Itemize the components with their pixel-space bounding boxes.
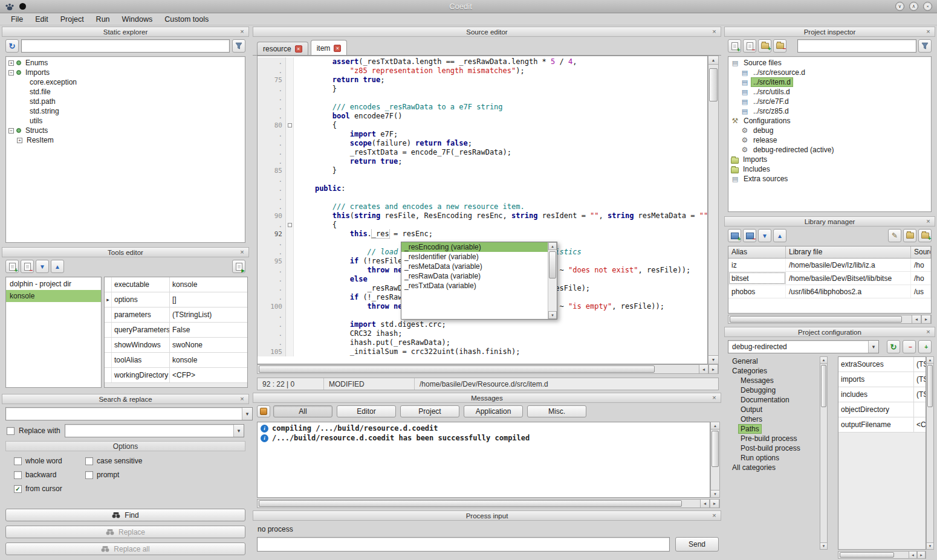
column-header[interactable]: Sources (911, 246, 931, 258)
close-tab-icon[interactable]: × (334, 45, 341, 52)
library-sources[interactable]: /us (911, 285, 931, 298)
dropdown-arrow-icon[interactable]: ▾ (868, 341, 878, 353)
symbol-filter-input[interactable] (21, 39, 230, 53)
fold-marker-icon[interactable] (288, 223, 292, 227)
project-tree-item[interactable]: ▤ ../src/resource.d (728, 68, 931, 77)
messages-hscrollbar[interactable]: ◂ ▸ (257, 499, 720, 508)
fold-marker-icon[interactable] (288, 123, 292, 127)
remove-configuration-button[interactable]: − (903, 340, 916, 353)
messages-options-button[interactable] (257, 405, 270, 417)
messages-vscrollbar[interactable]: ▴ ▾ (710, 422, 720, 498)
fold-margin[interactable] (286, 157, 294, 166)
checkbox-icon[interactable]: ✓ (14, 485, 22, 493)
property-value[interactable]: (TStringList) (914, 357, 926, 372)
expander-icon[interactable]: − (8, 128, 14, 134)
checkbox-icon[interactable]: ✓ (85, 471, 93, 479)
fold-margin[interactable] (286, 121, 294, 130)
messages-list[interactable]: i compiling /.../build/resource.d.coedit… (257, 422, 710, 498)
fold-margin[interactable] (286, 293, 294, 302)
expander-icon[interactable]: + (8, 60, 14, 66)
fold-margin[interactable] (286, 220, 294, 230)
scroll-right-icon[interactable]: ▸ (921, 315, 931, 324)
project-tree-item[interactable]: Includes (728, 164, 931, 174)
scroll-down-icon[interactable]: ▾ (548, 311, 557, 319)
library-sources[interactable]: /ho (911, 272, 931, 285)
category-tree-item[interactable]: Categories (728, 366, 819, 376)
dropdown-arrow-icon[interactable]: ▾ (242, 408, 252, 420)
library-alias[interactable]: bitset (728, 272, 786, 285)
close-panel-icon[interactable]: × (238, 395, 246, 403)
fold-margin[interactable] (286, 130, 294, 139)
fold-margin[interactable] (286, 193, 294, 202)
close-panel-icon[interactable]: × (710, 28, 718, 36)
maximize-button[interactable]: ∧ (909, 2, 918, 11)
fold-margin[interactable] (286, 175, 294, 184)
messages-filter-tab[interactable]: Project (400, 405, 459, 417)
fold-margin[interactable] (286, 239, 294, 248)
messages-filter-tab[interactable]: Misc. (527, 405, 586, 417)
configuration-combobox[interactable]: debug-redirected ▾ (728, 340, 879, 353)
scroll-up-icon[interactable]: ▴ (820, 356, 828, 364)
symbol-tree-item[interactable]: std.path (6, 97, 245, 106)
fold-margin[interactable] (286, 112, 294, 121)
editor-hscrollbar[interactable]: ◂ ▸ (257, 364, 719, 374)
category-tree-item[interactable]: Output (728, 405, 819, 414)
find-button[interactable]: Find (5, 509, 245, 521)
messages-filter-tab[interactable]: Application (464, 405, 523, 417)
scroll-down-icon[interactable]: ▾ (710, 490, 720, 498)
fold-margin[interactable] (286, 103, 294, 112)
project-tree-item[interactable]: ⚒ Configurations (728, 116, 931, 126)
fold-margin[interactable] (286, 338, 294, 347)
scroll-down-icon[interactable]: ▾ (708, 355, 719, 364)
symbol-tree-item[interactable]: − Structs (6, 126, 245, 135)
add-folder-button[interactable]: + (758, 39, 771, 53)
process-input-field[interactable] (257, 537, 670, 552)
property-value[interactable]: (TStringList) (914, 387, 926, 402)
fold-margin[interactable] (286, 94, 294, 103)
completion-item[interactable]: _resTxtData (variable) (401, 281, 548, 291)
property-value[interactable]: swoNone (170, 338, 247, 352)
scrollbar-thumb[interactable] (712, 431, 719, 467)
add-library-button[interactable]: + (728, 229, 741, 242)
inspector-filter-input[interactable] (797, 39, 916, 53)
fold-margin[interactable] (286, 76, 294, 85)
library-sources[interactable]: /ho (911, 259, 931, 271)
category-tree-item[interactable]: General (728, 356, 819, 366)
messages-filter-tab[interactable]: Editor (337, 405, 396, 417)
fold-margin[interactable] (286, 139, 294, 148)
property-value[interactable]: (TStringList) (170, 307, 247, 322)
menu-item[interactable]: File (5, 14, 29, 25)
category-tree-item[interactable]: Run options (728, 453, 819, 463)
library-file[interactable]: /home/basile/Dev/Bitset/lib/bitse (786, 272, 911, 285)
search-option[interactable]: ✓ case sensitive (85, 457, 243, 465)
category-tree-item[interactable]: Paths (728, 424, 819, 434)
project-tree-item[interactable]: ⚙ debug-redirected (active) (728, 145, 931, 155)
remove-source-button[interactable]: − (743, 39, 756, 53)
close-panel-icon[interactable]: × (924, 28, 932, 36)
scrollbar-thumb[interactable] (709, 68, 718, 101)
project-tree-item[interactable]: ⚙ release (728, 135, 931, 145)
editor-tab[interactable]: item × (311, 40, 348, 56)
completion-item[interactable]: _resRawData (variable) (401, 271, 548, 281)
library-row[interactable]: iz /home/basile/Dev/Iz/lib/iz.a /ho (728, 259, 931, 272)
fold-margin[interactable] (286, 320, 294, 329)
property-value[interactable]: konsole (170, 353, 247, 367)
property-value[interactable] (914, 402, 926, 417)
scroll-right-icon[interactable]: ▸ (708, 364, 718, 374)
search-option[interactable]: ✓ from cursor (14, 484, 85, 493)
symbol-tree-item[interactable]: core.exception (6, 77, 245, 87)
fold-margin[interactable] (286, 202, 294, 211)
completion-item[interactable]: _resMetaData (variable) (401, 262, 548, 271)
symbol-tree-item[interactable]: std.file (6, 87, 245, 97)
library-row[interactable]: bitset /home/basile/Dev/Bitset/lib/bitse… (728, 272, 931, 285)
completion-list[interactable]: _resEncoding (variable) _resIdentifier (… (401, 242, 548, 319)
fold-margin[interactable] (286, 284, 294, 293)
remove-tool-button[interactable]: − (21, 260, 34, 273)
menu-item[interactable]: Custom tools (158, 14, 215, 25)
scroll-left-icon[interactable]: ◂ (699, 364, 708, 374)
close-tab-icon[interactable]: × (295, 45, 302, 53)
completion-item[interactable]: _resEncoding (variable) (401, 242, 548, 252)
replace-with-checkbox[interactable]: ✓ (7, 427, 15, 435)
fold-margin[interactable] (286, 266, 294, 275)
property-value[interactable]: False (170, 323, 247, 337)
